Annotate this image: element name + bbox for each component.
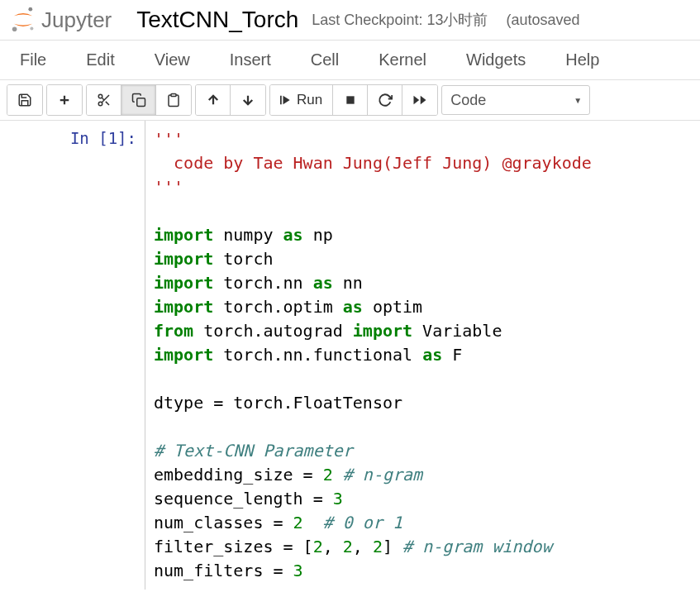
cut-button[interactable] <box>87 85 121 115</box>
run-label: Run <box>297 92 322 108</box>
menu-edit[interactable]: Edit <box>66 41 134 79</box>
move-up-button[interactable] <box>196 85 231 115</box>
svg-rect-11 <box>171 94 176 97</box>
menu-help[interactable]: Help <box>545 41 619 79</box>
move-down-button[interactable] <box>231 85 265 115</box>
interrupt-button[interactable] <box>333 85 368 115</box>
menu-insert[interactable]: Insert <box>210 41 291 79</box>
menu-view[interactable]: View <box>135 41 210 79</box>
svg-line-8 <box>105 102 108 105</box>
jupyter-logo-text: Jupyter <box>41 7 112 33</box>
paste-icon <box>166 93 181 107</box>
toolbar: Run Code <box>0 80 700 121</box>
insert-cell-button[interactable] <box>47 85 82 115</box>
code-input[interactable]: ''' code by Tae Hwan Jung(Jeff Jung) @gr… <box>145 121 700 590</box>
copy-button[interactable] <box>121 85 156 115</box>
autosave-text: (autosaved <box>506 12 579 29</box>
restart-icon <box>378 93 393 107</box>
menu-cell[interactable]: Cell <box>291 41 359 79</box>
save-button[interactable] <box>7 85 42 115</box>
svg-marker-14 <box>283 96 290 105</box>
arrow-up-icon <box>206 93 221 107</box>
restart-button[interactable] <box>368 85 402 115</box>
menu-widgets[interactable]: Widgets <box>446 41 545 79</box>
jupyter-logo[interactable]: Jupyter <box>10 7 112 33</box>
cell-type-select[interactable]: Code <box>441 85 590 115</box>
paste-button[interactable] <box>156 85 191 115</box>
svg-point-0 <box>28 7 32 12</box>
checkpoint-text: Last Checkpoint: 13小时前 <box>312 10 488 30</box>
scissors-icon <box>97 93 112 107</box>
notebook-header: Jupyter TextCNN_Torch Last Checkpoint: 1… <box>0 0 700 40</box>
stop-icon <box>345 94 356 106</box>
code-cell[interactable]: In [1]: ''' code by Tae Hwan Jung(Jeff J… <box>0 121 700 590</box>
svg-point-2 <box>30 26 33 30</box>
menu-file[interactable]: File <box>0 41 66 79</box>
svg-rect-10 <box>136 98 145 107</box>
copy-icon <box>131 93 146 107</box>
notebook-area: In [1]: ''' code by Tae Hwan Jung(Jeff J… <box>0 121 700 590</box>
svg-point-5 <box>98 94 102 98</box>
svg-point-6 <box>98 102 102 106</box>
svg-marker-18 <box>414 96 420 105</box>
svg-rect-15 <box>280 96 282 105</box>
svg-marker-17 <box>421 96 426 105</box>
run-icon <box>280 94 292 106</box>
plus-icon <box>57 93 72 107</box>
save-icon <box>17 93 32 107</box>
notebook-title[interactable]: TextCNN_Torch <box>136 7 298 33</box>
svg-point-1 <box>12 26 17 31</box>
input-prompt: In [1]: <box>0 121 145 590</box>
menubar: File Edit View Insert Cell Kernel Widget… <box>0 40 700 80</box>
svg-line-9 <box>102 98 104 100</box>
svg-rect-16 <box>346 96 354 103</box>
jupyter-logo-icon <box>10 7 36 33</box>
run-button[interactable]: Run <box>270 85 333 115</box>
fast-forward-icon <box>412 93 427 107</box>
restart-run-all-button[interactable] <box>402 85 437 115</box>
arrow-down-icon <box>240 93 255 107</box>
menu-kernel[interactable]: Kernel <box>359 41 446 79</box>
